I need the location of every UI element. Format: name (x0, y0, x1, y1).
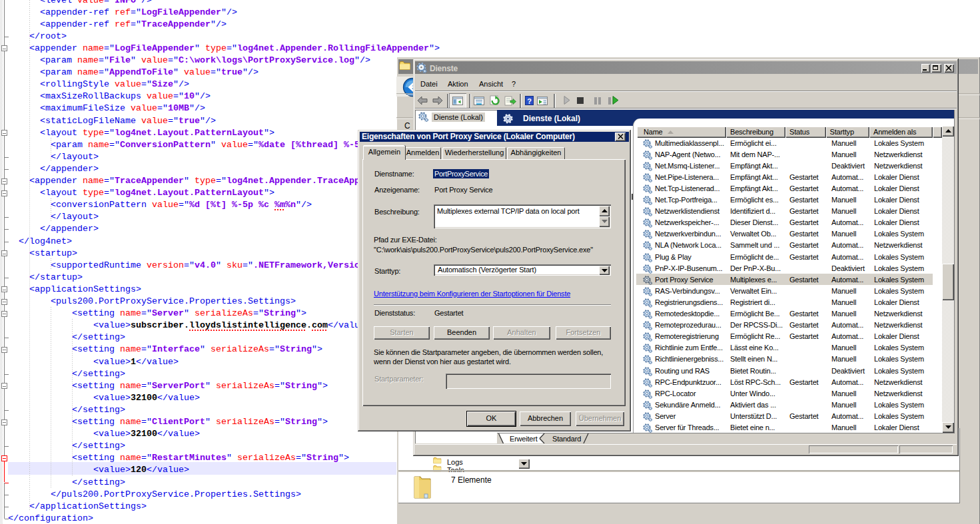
svg-text:Standard: Standard (552, 435, 581, 443)
svg-text:Erweitert: Erweitert (510, 435, 538, 443)
